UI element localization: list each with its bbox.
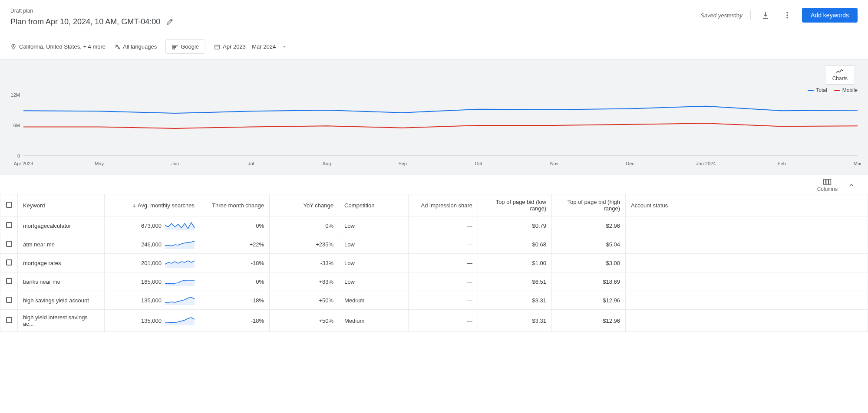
- cell-bid-low: $6.51: [478, 272, 552, 291]
- date-text: Apr 2023 – Mar 2024: [223, 43, 276, 50]
- svg-rect-4: [173, 45, 178, 46]
- legend-mobile-label: Mobile: [842, 87, 858, 93]
- svg-rect-6: [173, 48, 175, 49]
- location-filter[interactable]: California, United States, + 4 more: [10, 43, 106, 50]
- svg-text:6M: 6M: [13, 123, 20, 128]
- col-bid-high[interactable]: Top of page bid (high range): [552, 194, 626, 216]
- network-filter[interactable]: Google: [165, 39, 205, 54]
- col-account-status[interactable]: Account status: [626, 194, 868, 216]
- svg-point-3: [13, 45, 14, 46]
- cell-ad-share: —: [409, 291, 478, 310]
- header-left: Draft plan Plan from Apr 10, 2024, 10 AM…: [10, 8, 176, 28]
- cell-three-month: 0%: [200, 216, 270, 235]
- cell-bid-high: $3.00: [552, 254, 626, 272]
- table-row[interactable]: mortgage rates 201,000 -18% -33% Low — $…: [0, 254, 868, 272]
- row-checkbox[interactable]: [6, 297, 12, 303]
- svg-rect-5: [173, 46, 176, 47]
- collapse-icon[interactable]: [845, 179, 858, 191]
- sparkline: [165, 221, 195, 230]
- svg-text:Jun: Jun: [171, 161, 179, 166]
- col-avg-label: Avg. monthly searches: [138, 202, 195, 209]
- cell-three-month: -18%: [200, 310, 270, 332]
- row-checkbox[interactable]: [6, 259, 12, 266]
- row-checkbox[interactable]: [6, 278, 12, 284]
- legend-swatch-mobile: [834, 90, 840, 91]
- sparkline: [165, 295, 195, 305]
- keywords-table: Keyword Avg. monthly searches Three mont…: [0, 194, 868, 332]
- table-row[interactable]: mortgagecalculator 673,000 0% 0% Low — $…: [0, 216, 868, 235]
- cell-competition: Low: [339, 254, 409, 272]
- row-checkbox[interactable]: [6, 317, 12, 323]
- cell-ad-share: —: [409, 310, 478, 332]
- table-row[interactable]: atm near me 246,000 +22% +235% Low — $0.…: [0, 235, 868, 254]
- saved-status: Saved yesterday: [700, 12, 743, 19]
- cell-keyword: mortgagecalculator: [18, 216, 105, 235]
- columns-icon: [823, 178, 832, 185]
- cell-bid-low: $3.31: [478, 310, 552, 332]
- col-keyword[interactable]: Keyword: [18, 194, 105, 216]
- col-avg[interactable]: Avg. monthly searches: [105, 194, 200, 216]
- sparkline: [165, 239, 195, 249]
- network-text: Google: [181, 43, 199, 50]
- table-row[interactable]: high savings yield account 135,000 -18% …: [0, 291, 868, 310]
- cell-keyword: atm near me: [18, 235, 105, 254]
- add-keywords-button[interactable]: Add keywords: [802, 8, 858, 23]
- cell-bid-low: $1.00: [478, 254, 552, 272]
- language-text: All languages: [123, 43, 157, 50]
- cell-avg: 135,000: [105, 310, 200, 332]
- col-bid-low[interactable]: Top of page bid (low range): [478, 194, 552, 216]
- header-right: Saved yesterday Add keywords: [700, 8, 858, 23]
- cell-account-status: [626, 272, 868, 291]
- table-row[interactable]: high yield interest savings ac... 135,00…: [0, 310, 868, 332]
- svg-text:Apr 2023: Apr 2023: [14, 161, 33, 166]
- svg-text:Feb: Feb: [778, 161, 786, 166]
- cell-ad-share: —: [409, 216, 478, 235]
- charts-btn-label: Charts: [832, 75, 848, 82]
- legend-total: Total: [808, 87, 827, 93]
- columns-bar: Columns: [0, 175, 868, 194]
- cell-yoy: +50%: [270, 310, 339, 332]
- legend-swatch-total: [808, 90, 814, 91]
- filter-bar: California, United States, + 4 more All …: [0, 34, 868, 59]
- row-checkbox[interactable]: [6, 241, 12, 247]
- cell-bid-high: $12.96: [552, 291, 626, 310]
- sparkline: [165, 316, 195, 325]
- col-yoy[interactable]: YoY change: [270, 194, 339, 216]
- cell-account-status: [626, 216, 868, 235]
- cell-bid-high: $12.96: [552, 310, 626, 332]
- table-row[interactable]: banks near me 165,000 0% +83% Low — $6.5…: [0, 272, 868, 291]
- cell-avg: 673,000: [105, 216, 200, 235]
- svg-text:Sep: Sep: [398, 161, 407, 166]
- col-checkbox: [0, 194, 18, 216]
- cell-yoy: +235%: [270, 235, 339, 254]
- chevron-down-icon: [282, 44, 287, 49]
- row-checkbox[interactable]: [6, 222, 12, 228]
- calendar-icon: [214, 44, 220, 50]
- cell-three-month: -18%: [200, 291, 270, 310]
- cell-account-status: [626, 310, 868, 332]
- more-icon[interactable]: [780, 8, 794, 22]
- cell-keyword: high yield interest savings ac...: [18, 310, 105, 332]
- col-three-month[interactable]: Three month change: [200, 194, 270, 216]
- cell-yoy: -33%: [270, 254, 339, 272]
- col-competition[interactable]: Competition: [339, 194, 409, 216]
- svg-point-1: [786, 14, 788, 16]
- col-ad-share[interactable]: Ad impression share: [409, 194, 478, 216]
- legend-mobile: Mobile: [834, 87, 858, 93]
- checkbox-all[interactable]: [6, 202, 12, 208]
- date-filter[interactable]: Apr 2023 – Mar 2024: [214, 43, 287, 50]
- trend-chart: 06M12MApr 2023MayJunJulAugSepOctNovDecJa…: [6, 65, 862, 169]
- download-icon[interactable]: [759, 8, 772, 22]
- language-filter[interactable]: All languages: [114, 43, 157, 50]
- charts-toggle-button[interactable]: Charts: [825, 66, 855, 85]
- edit-icon[interactable]: [164, 16, 176, 28]
- cell-competition: Low: [339, 235, 409, 254]
- columns-button[interactable]: Columns: [817, 178, 838, 192]
- cell-keyword: banks near me: [18, 272, 105, 291]
- svg-text:Jan 2024: Jan 2024: [696, 161, 716, 166]
- sparkline: [165, 258, 195, 268]
- chart-legend: Total Mobile: [808, 87, 858, 93]
- cell-competition: Medium: [339, 291, 409, 310]
- cell-ad-share: —: [409, 254, 478, 272]
- network-icon: [172, 44, 178, 50]
